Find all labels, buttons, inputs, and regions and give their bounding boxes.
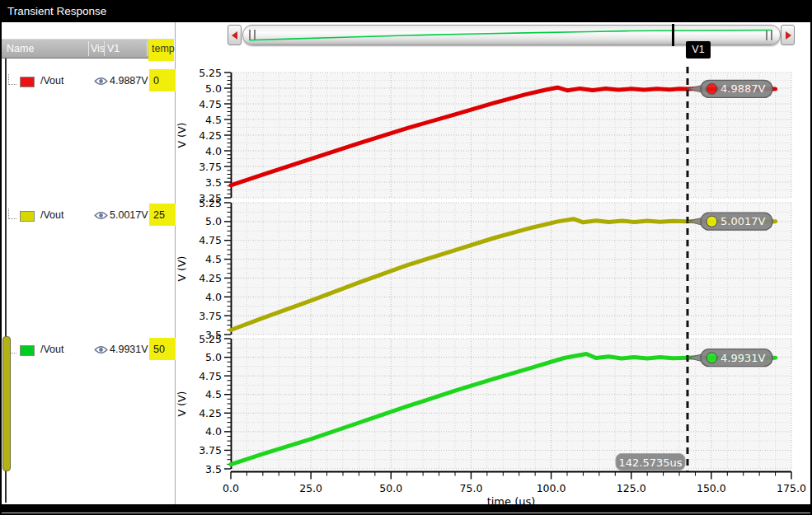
svg-text:125.0: 125.0 [617, 482, 646, 494]
svg-text:4.0: 4.0 [205, 425, 222, 438]
trace-name[interactable]: /Vout [40, 71, 64, 91]
svg-text:4.0: 4.0 [205, 145, 222, 157]
cursor-slider-tick[interactable] [672, 24, 674, 46]
temp-value: 0 [153, 71, 159, 91]
svg-text:142.5735us: 142.5735us [618, 456, 682, 469]
svg-text:4.25: 4.25 [199, 272, 222, 284]
plot-area[interactable]: 5.255.04.754.54.254.03.753.53.25V (V)5.2… [176, 66, 812, 507]
svg-text:25.0: 25.0 [299, 482, 322, 494]
cursor-time-badge: 142.5735us [616, 454, 685, 471]
svg-text:0.0: 0.0 [223, 482, 239, 494]
cursor-value-v1: 5.0017V [110, 205, 148, 225]
trace-list-panel [2, 22, 175, 504]
tree-branch-icon [8, 74, 16, 85]
trace-row-vout-temp0[interactable]: /Vout 4.9887V 0 [2, 71, 175, 91]
right-arrow-icon [786, 31, 791, 40]
trace-row-vout-temp25[interactable]: /Vout 5.0017V 25 [2, 205, 175, 225]
scroll-left-button[interactable] [228, 25, 242, 45]
svg-text:3.75: 3.75 [199, 161, 222, 173]
window-title: Transient Response [0, 0, 812, 22]
column-separator [104, 41, 105, 56]
trace-name[interactable]: /Vout [40, 339, 64, 359]
svg-text:3.75: 3.75 [199, 444, 222, 456]
svg-text:3.75: 3.75 [199, 310, 222, 322]
column-header-vis[interactable]: Vis [91, 40, 105, 58]
window-bottom-border [0, 504, 812, 513]
svg-text:5.0: 5.0 [205, 215, 222, 227]
column-header-name[interactable]: Name [7, 40, 34, 58]
trace-table-header: Name Vis V1 temp [2, 39, 174, 59]
scroll-right-button[interactable] [781, 25, 795, 45]
cursor-value-v1: 4.9931V [110, 339, 148, 359]
visibility-eye-icon[interactable] [94, 345, 108, 354]
svg-text:4.9931V: 4.9931V [720, 352, 765, 364]
cursor-value-v1: 4.9887V [110, 71, 148, 91]
trace-color-swatch[interactable] [20, 77, 35, 87]
svg-text:4.5: 4.5 [205, 388, 222, 400]
column-header-v1[interactable]: V1 [107, 40, 120, 58]
svg-text:100.0: 100.0 [537, 482, 566, 494]
trace-color-swatch[interactable] [20, 211, 35, 222]
trace-color-swatch[interactable] [20, 345, 35, 356]
svg-text:4.25: 4.25 [199, 129, 222, 142]
svg-text:75.0: 75.0 [460, 482, 483, 494]
x-axis: 0.025.050.075.0100.0125.0150.0175.0time … [223, 472, 806, 508]
trace-row-vout-temp50[interactable]: /Vout 4.9931V 50 [2, 339, 175, 359]
column-separator [147, 41, 148, 56]
svg-text:5.25: 5.25 [199, 333, 222, 345]
vertical-scrollbar-thumb[interactable] [2, 336, 11, 471]
svg-text:4.5: 4.5 [205, 114, 222, 126]
svg-text:175.0: 175.0 [777, 482, 806, 494]
tree-branch-icon [8, 208, 16, 219]
svg-text:4.9887V: 4.9887V [720, 82, 765, 95]
temp-value: 25 [153, 205, 165, 225]
svg-text:5.25: 5.25 [199, 67, 222, 79]
svg-text:3.5: 3.5 [205, 463, 222, 475]
trace-name[interactable]: /Vout [40, 205, 64, 225]
visibility-eye-icon[interactable] [94, 211, 108, 220]
svg-text:50.0: 50.0 [379, 482, 402, 494]
svg-text:4.25: 4.25 [199, 407, 222, 419]
svg-text:5.25: 5.25 [199, 197, 222, 209]
svg-text:5.0: 5.0 [205, 82, 222, 95]
plot-50: 5.255.04.754.54.254.03.753.5V (V) [176, 333, 791, 475]
svg-text:3.5: 3.5 [205, 176, 222, 189]
left-arrow-icon [232, 31, 237, 40]
svg-text:4.0: 4.0 [205, 291, 222, 303]
svg-text:5.0017V: 5.0017V [720, 215, 765, 227]
svg-text:4.5: 4.5 [205, 253, 222, 265]
svg-text:5.0: 5.0 [205, 351, 222, 363]
svg-text:150.0: 150.0 [697, 482, 726, 494]
column-separator [88, 41, 89, 56]
y-axis-label: V (V) [176, 256, 188, 282]
y-axis-label: V (V) [176, 123, 188, 148]
visibility-eye-icon[interactable] [94, 77, 108, 86]
y-axis-label: V (V) [176, 391, 188, 417]
svg-text:4.75: 4.75 [199, 98, 222, 110]
svg-text:4.75: 4.75 [199, 234, 222, 246]
cursor-name-tooltip[interactable]: V1 [686, 41, 711, 59]
temp-value: 50 [153, 339, 165, 359]
svg-text:4.75: 4.75 [199, 370, 222, 382]
column-header-temp[interactable]: temp [152, 40, 175, 58]
